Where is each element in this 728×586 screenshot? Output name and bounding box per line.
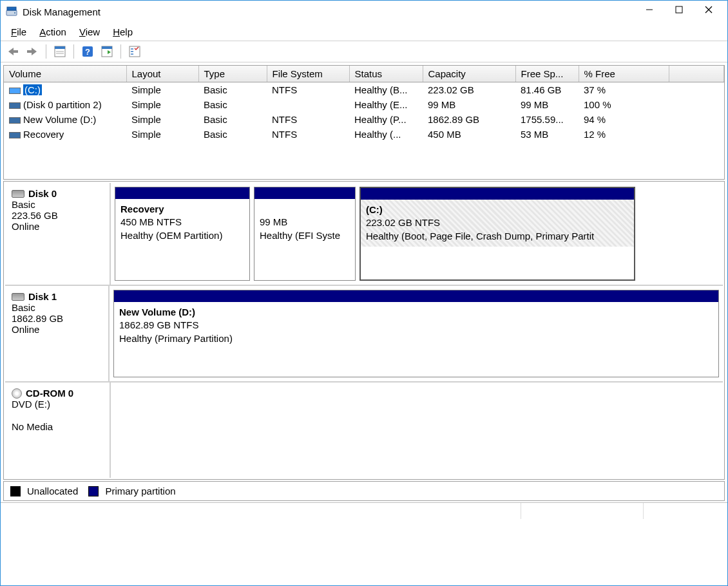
maximize-button[interactable]	[664, 1, 694, 19]
partition-status: Healthy (OEM Partition)	[120, 229, 244, 242]
svg-rect-1	[7, 7, 16, 10]
disk-state: No Media	[12, 421, 103, 432]
table-row[interactable]: (Disk 0 partition 2)SimpleBasicHealthy (…	[4, 97, 724, 112]
partition-name: Recovery	[120, 203, 244, 216]
disk-graphical-view[interactable]: Disk 0Basic223.56 GBOnlineRecovery450 MB…	[3, 181, 725, 480]
col-spacer	[669, 66, 724, 82]
toolbar-separator	[73, 44, 74, 59]
cell-layout: Simple	[126, 82, 198, 98]
status-cell	[1, 503, 521, 519]
partition-container: Recovery450 MB NTFSHealthy (OEM Partitio…	[111, 183, 723, 285]
help-button[interactable]: ?	[79, 43, 96, 60]
disk-state: Online	[12, 221, 103, 232]
col-freespace[interactable]: Free Sp...	[515, 66, 579, 82]
disk-row: Disk 1Basic1862.89 GBOnlineNew Volume (D…	[5, 286, 723, 383]
close-button[interactable]	[694, 1, 723, 19]
cell-type: Basic	[198, 112, 267, 127]
partition-body: New Volume (D:)1862.89 GB NTFSHealthy (P…	[114, 302, 718, 349]
toolbar-separator	[46, 44, 46, 59]
cell-status: Healthy (B...	[349, 82, 423, 98]
disk-state: Online	[12, 324, 102, 335]
disk-size: 1862.89 GB	[12, 313, 102, 324]
cell-layout: Simple	[126, 112, 198, 127]
cell-fs: NTFS	[267, 82, 349, 98]
refresh-button[interactable]	[99, 43, 115, 60]
partition-container: New Volume (D:)1862.89 GB NTFSHealthy (P…	[110, 286, 723, 381]
cell-volume: Recovery	[4, 127, 126, 142]
window-controls	[635, 1, 723, 23]
disk-kind: Basic	[12, 302, 102, 313]
cell-volume: (C:)	[4, 82, 126, 98]
cell-free: 53 MB	[515, 127, 579, 142]
partition-info: 450 MB NTFS	[120, 216, 244, 229]
col-pctfree[interactable]: % Free	[579, 66, 669, 82]
menu-file[interactable]: File	[5, 25, 33, 39]
partition[interactable]: (C:)223.02 GB NTFSHealthy (Boot, Page Fi…	[359, 187, 635, 281]
disk-name: Disk 0	[28, 188, 57, 199]
table-row[interactable]: RecoverySimpleBasicNTFSHealthy (...450 M…	[4, 127, 724, 142]
svg-point-2	[14, 12, 15, 14]
cell-free: 1755.59...	[515, 112, 579, 127]
col-type[interactable]: Type	[198, 66, 267, 82]
partition[interactable]: Recovery450 MB NTFSHealthy (OEM Partitio…	[115, 187, 250, 281]
disk-icon	[12, 190, 24, 198]
svg-text:?: ?	[85, 47, 90, 57]
properties-button[interactable]	[52, 43, 68, 60]
svg-rect-16	[102, 46, 112, 49]
forward-button[interactable]	[24, 43, 41, 60]
partition-status: Healthy (EFI Syste	[260, 229, 350, 242]
legend: Unallocated Primary partition	[3, 481, 725, 501]
disk-row: Disk 0Basic223.56 GBOnlineRecovery450 MB…	[5, 183, 723, 286]
partition-header	[115, 187, 249, 199]
partition-status: Healthy (Primary Partition)	[119, 332, 713, 345]
disk-kind: DVD (E:)	[12, 399, 103, 410]
volume-list[interactable]: Volume Layout Type File System Status Ca…	[3, 65, 725, 180]
col-volume[interactable]: Volume	[4, 66, 126, 82]
minimize-button[interactable]	[635, 1, 664, 19]
disk-label[interactable]: CD-ROM 0DVD (E:)No Media	[5, 383, 111, 478]
cell-type: Basic	[198, 127, 267, 142]
col-layout[interactable]: Layout	[126, 66, 198, 82]
svg-rect-8	[27, 50, 32, 53]
app-icon	[6, 6, 17, 17]
partition-name: (C:)	[366, 203, 629, 216]
menu-view[interactable]: View	[73, 25, 106, 39]
partition-header	[254, 187, 355, 199]
settings-button[interactable]	[126, 43, 143, 60]
swatch-unallocated	[10, 486, 21, 496]
volume-table: Volume Layout Type File System Status Ca…	[4, 66, 724, 142]
title-bar: Disk Management	[1, 1, 727, 23]
cell-status: Healthy (P...	[349, 112, 423, 127]
table-row[interactable]: (C:)SimpleBasicNTFSHealthy (B...223.02 G…	[4, 82, 724, 98]
disk-label[interactable]: Disk 1Basic1862.89 GBOnline	[5, 286, 110, 381]
disk-label[interactable]: Disk 0Basic223.56 GBOnline	[5, 183, 111, 285]
cell-pctfree: 37 %	[579, 82, 669, 98]
cdrom-icon	[12, 388, 22, 399]
table-row[interactable]: New Volume (D:)SimpleBasicNTFSHealthy (P…	[4, 112, 724, 127]
cell-type: Basic	[198, 82, 267, 98]
col-status[interactable]: Status	[349, 66, 423, 82]
cell-type: Basic	[198, 97, 267, 112]
partition-body: 99 MBHealthy (EFI Syste	[254, 199, 355, 246]
menu-help[interactable]: Help	[106, 25, 139, 39]
cell-status: Healthy (...	[349, 127, 423, 142]
menu-action[interactable]: Action	[33, 25, 73, 39]
toolbar: ?	[1, 41, 727, 62]
cell-layout: Simple	[126, 127, 198, 142]
cell-volume: (Disk 0 partition 2)	[4, 97, 126, 112]
partition[interactable]: New Volume (D:)1862.89 GB NTFSHealthy (P…	[113, 290, 719, 377]
partition-info: 223.02 GB NTFS	[366, 216, 629, 229]
swatch-primary	[88, 486, 99, 496]
col-filesystem[interactable]: File System	[267, 66, 349, 82]
partition[interactable]: 99 MBHealthy (EFI Syste	[254, 187, 356, 281]
menu-bar: File Action View Help	[1, 23, 727, 41]
table-header-row: Volume Layout Type File System Status Ca…	[4, 66, 724, 82]
partition-container	[111, 383, 723, 478]
col-capacity[interactable]: Capacity	[423, 66, 515, 82]
partition-status: Healthy (Boot, Page File, Crash Dump, Pr…	[366, 230, 629, 243]
toolbar-separator	[120, 44, 121, 59]
back-button[interactable]	[5, 43, 21, 60]
disk-name: Disk 1	[28, 291, 57, 302]
cell-capacity: 99 MB	[423, 97, 515, 112]
cell-volume: New Volume (D:)	[4, 112, 126, 127]
